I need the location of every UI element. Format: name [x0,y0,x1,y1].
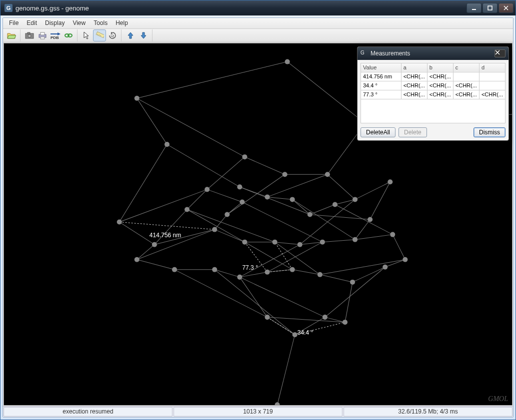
maximize-button[interactable] [482,3,498,13]
table-row[interactable]: 77.3 ° <CHR(... <CHR(... <CHR(... <CHR(.… [361,90,506,99]
rotate-button[interactable] [106,29,119,41]
chain-icon [64,31,73,39]
canvas-viewport[interactable]: 414.756 nm 77.3 ° 34.4 ° GMOL G Measurem… [4,43,512,406]
svg-point-113 [290,197,295,202]
svg-line-71 [242,202,322,242]
svg-point-131 [212,267,217,272]
table-row[interactable]: 34.4 ° <CHR(... <CHR(... <CHR(... [361,81,506,90]
menu-display[interactable]: Display [41,18,68,28]
minimize-button[interactable] [466,3,482,13]
svg-line-72 [187,209,244,242]
svg-point-141 [342,320,348,325]
svg-rect-8 [40,32,44,35]
svg-point-134 [290,267,295,272]
menu-help[interactable]: Help [112,18,132,28]
col-c[interactable]: c [453,63,479,72]
toolbar: PDB [3,29,513,42]
svg-line-28 [120,144,167,222]
printer-icon [38,31,47,39]
distance-label: 414.756 nm [150,231,181,238]
svg-line-23 [288,61,365,123]
svg-line-62 [320,275,352,282]
col-a[interactable]: a [401,63,427,72]
svg-rect-1 [488,6,492,10]
svg-point-130 [172,267,177,272]
menubar: File Edit Display View Tools Help [3,18,513,29]
svg-line-93 [310,214,370,219]
menu-file[interactable]: File [5,18,22,28]
menu-edit[interactable]: Edit [22,18,41,28]
svg-point-107 [352,197,358,202]
svg-point-122 [298,242,302,247]
svg-point-139 [292,332,298,337]
svg-rect-6 [28,32,30,34]
svg-point-123 [320,240,325,245]
svg-line-43 [154,209,187,244]
delete-all-button[interactable]: DeleteAll [360,127,396,137]
print-button[interactable] [36,29,49,41]
svg-line-24 [137,98,167,144]
measurements-panel[interactable]: G Measurements Value a b [357,46,509,141]
col-d[interactable]: d [479,63,505,72]
svg-point-112 [265,194,270,199]
svg-point-101 [134,96,140,101]
statusbar: execution resumed 1013 x 719 32.6/119.5 … [3,406,513,417]
down-arrow-icon [140,31,147,39]
svg-point-119 [212,227,217,232]
panel-icon: G [360,50,368,57]
watermark: GMOL [488,395,508,403]
menu-tools[interactable]: Tools [90,18,112,28]
svg-line-48 [214,229,244,242]
svg-point-114 [308,212,312,217]
svg-point-100 [285,59,290,64]
down-button[interactable] [137,29,150,41]
svg-line-80 [268,317,345,322]
status-right: 32.6/119.5 Mb; 4/3 ms [344,407,512,417]
svg-point-129 [134,257,140,262]
pointer-button[interactable] [80,29,93,41]
measurements-title: Measurements [370,50,410,57]
status-left: execution resumed [4,407,172,417]
dismiss-button[interactable]: Dismiss [474,127,506,137]
svg-line-33 [328,174,355,199]
window-title: genome.gs.gss - genome [16,4,466,12]
svg-point-104 [242,154,247,159]
svg-point-124 [352,237,358,242]
svg-line-73 [292,199,355,239]
folder-open-icon [7,31,16,39]
ruler-button[interactable] [93,29,106,41]
save-button[interactable] [23,29,36,41]
measurements-close-button[interactable] [494,49,506,57]
delete-button[interactable]: Delete [398,127,427,137]
col-b[interactable]: b [427,63,453,72]
table-row[interactable]: 414.756 nm <CHR(... <CHR(... [361,72,506,81]
svg-point-126 [402,257,408,262]
svg-point-110 [204,187,210,192]
svg-marker-21 [141,32,146,38]
up-arrow-icon [127,31,134,39]
pointer-icon [83,31,90,39]
col-value[interactable]: Value [361,63,402,72]
svg-line-99 [275,242,292,270]
svg-marker-20 [128,32,133,38]
pdb-button[interactable]: PDB [49,29,62,41]
menu-view[interactable]: View [68,18,90,28]
svg-line-81 [345,282,352,322]
pdb-arrow-icon: PDB [50,31,62,39]
ruler-icon [95,31,104,39]
svg-line-67 [268,174,328,197]
svg-point-120 [242,240,247,245]
svg-line-79 [174,270,268,317]
link-button[interactable] [62,29,75,41]
measurements-table[interactable]: Value a b c d 414.756 nm <CHR(... [360,63,506,99]
measurements-titlebar[interactable]: G Measurements [358,47,508,60]
svg-point-140 [322,315,328,320]
titlebar[interactable]: G genome.gs.gss - genome [0,0,516,15]
svg-line-56 [137,260,174,270]
open-button[interactable] [5,29,18,41]
close-button[interactable] [498,3,514,13]
svg-line-85 [214,270,294,335]
svg-line-64 [385,260,405,267]
up-button[interactable] [124,29,137,41]
close-icon [495,50,505,57]
